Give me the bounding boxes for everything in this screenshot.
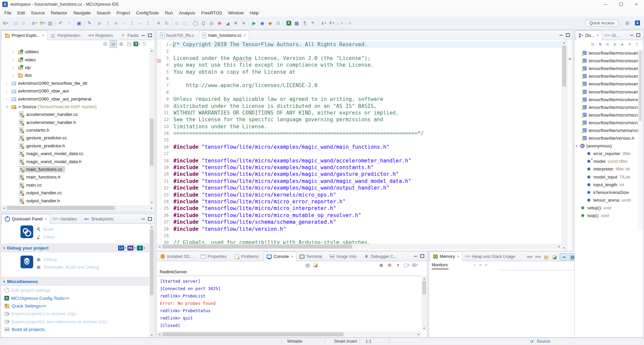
next-annotation-icon[interactable]: ↡ ▾: [319, 19, 327, 27]
view-tab[interactable]: Heap and Stack Usage: [463, 252, 520, 261]
view-tab[interactable]: Problems: [231, 252, 264, 261]
sort-icon[interactable]: ⇅: [597, 41, 603, 48]
undo-icon[interactable]: ↶: [57, 19, 65, 27]
outline-item[interactable]: tensorflow/lite/micro/examples/magic_wan…: [575, 72, 638, 80]
menu-item[interactable]: Source: [28, 9, 48, 17]
menu-item[interactable]: Run: [162, 9, 176, 17]
maximize-view-icon[interactable]: [566, 33, 570, 37]
tree-item[interactable]: output_handler.h: [1, 197, 150, 204]
outline-item[interactable]: tensorflow/lite/micro/micro_error_report…: [575, 104, 638, 111]
thaw-icon[interactable]: ✳: [240, 19, 248, 27]
menu-item[interactable]: Help: [247, 9, 262, 17]
quickstart-link[interactable]: Edit project settings: [4, 286, 145, 294]
maximize-window-button[interactable]: [613, 0, 629, 9]
minimize-view-icon[interactable]: [559, 35, 563, 36]
outline-item[interactable]: tensorflow/lite/micro/kernels/micro_ops.…: [575, 96, 638, 104]
focus-view-icon[interactable]: ⊞: [118, 41, 125, 47]
console-vertical-scrollbar[interactable]: ▴ ▾: [422, 276, 427, 331]
open-element-icon[interactable]: ↰: [309, 19, 317, 27]
customize-view-icon[interactable]: ◳: [126, 41, 132, 47]
scrollbar-thumb[interactable]: [150, 118, 154, 166]
menu-item[interactable]: Window: [225, 9, 247, 17]
new-memory-monitor-icon[interactable]: ▤: [543, 254, 550, 260]
step-into-icon[interactable]: ↧: [128, 19, 136, 27]
maximize-view-icon[interactable]: [636, 33, 640, 37]
separator[interactable]: [55, 20, 56, 26]
swo-icon[interactable]: ◆: [266, 19, 274, 27]
editor-tab[interactable]: fxos8700_fifo.c: [157, 31, 199, 40]
show-whitespace-icon[interactable]: ¶: [301, 19, 309, 27]
tree-item[interactable]: main.cc: [1, 181, 150, 189]
open-perspective-icon[interactable]: ⊞: [623, 19, 631, 27]
quickstart-link[interactable]: Terminate, Build and Debug: [36, 263, 99, 271]
outline-item[interactable]: interpreter : tflite::M: [575, 165, 638, 173]
separator[interactable]: [95, 20, 95, 26]
scrollbar-thumb[interactable]: [422, 281, 426, 294]
view-tab[interactable]: Terminal: [297, 252, 327, 261]
tree-item[interactable]: gesture_predictor.h: [1, 142, 150, 150]
redo-icon[interactable]: ↷: [65, 19, 73, 27]
separator[interactable]: [190, 20, 191, 26]
view-tab[interactable]: Faults: [118, 31, 144, 40]
scroll-lock-icon[interactable]: ◪: [312, 262, 319, 268]
step-over-icon[interactable]: ↝: [136, 19, 144, 27]
hide-fields-icon[interactable]: ⊘: [604, 41, 611, 48]
open-terminal-icon[interactable]: ▣: [75, 19, 83, 27]
outline-vertical-scrollbar[interactable]: [638, 49, 643, 230]
separator[interactable]: [10, 20, 11, 26]
tree-item[interactable]: › video: [1, 56, 150, 63]
pemicro-probe-icon[interactable]: P&: [127, 246, 133, 251]
view-tab[interactable]: Quickstart Panel ✕: [2, 214, 50, 224]
close-tab-icon[interactable]: ✕: [291, 255, 293, 258]
separator[interactable]: [153, 20, 154, 26]
tree-item[interactable]: › xip: [1, 64, 150, 71]
tree-item[interactable]: › evkmimxrt1060_xbar_aoi_peripheral: [1, 95, 150, 102]
editor-tab[interactable]: main_functions.cc ✕: [199, 30, 249, 40]
outline-item[interactable]: tensorflow/lite/micro/examples/magic_wan…: [575, 65, 638, 72]
outline-item[interactable]: tensorflow/lite/micro/examples/magic_wan…: [575, 57, 638, 65]
close-window-button[interactable]: ✕: [629, 0, 644, 9]
tree-item[interactable]: constants.h: [1, 126, 150, 134]
record-icon[interactable]: ◫: [181, 19, 189, 27]
view-tab[interactable]: Registers: [86, 31, 118, 40]
expand-arrow-icon[interactable]: ∨: [6, 105, 11, 109]
save-icon[interactable]: ▤: [12, 19, 20, 27]
expand-arrow-icon[interactable]: ›: [6, 89, 11, 93]
copy-trace-icon[interactable]: ⧉: [173, 19, 181, 27]
menu-item[interactable]: FreeRTOS: [198, 9, 225, 17]
tree-vertical-scrollbar[interactable]: ▴ ▾: [149, 48, 154, 205]
source-status-link[interactable]: Source: [537, 339, 550, 344]
view-tab[interactable]: Breakpoints: [82, 214, 118, 223]
scrollbar-thumb[interactable]: [639, 51, 642, 121]
view-menu-icon[interactable]: ▽: [141, 41, 148, 47]
expand-arrow-icon[interactable]: ›: [6, 81, 11, 85]
quickstart-link[interactable]: Build: [36, 225, 55, 233]
tree-item[interactable]: accelerometer_handler.cc: [1, 111, 150, 118]
view-tab[interactable]: Project Explo... ✕: [2, 30, 48, 40]
search-icon[interactable]: ⊙: [274, 19, 282, 27]
expand-arrow-icon[interactable]: ∨: [575, 144, 580, 148]
view-tab[interactable]: Peripherals+: [48, 31, 86, 40]
expand-arrow-icon[interactable]: ›: [12, 50, 18, 54]
editor-horizontal-scrollbar[interactable]: ◂ ▸: [157, 244, 562, 249]
miscellaneous-header[interactable]: ▾ Miscellaneous: [1, 277, 150, 286]
clear-console-icon[interactable]: ▤: [304, 262, 311, 268]
scrollbar-thumb[interactable]: [162, 332, 343, 336]
collapse-section-icon[interactable]: ▾: [3, 280, 5, 283]
debug-project-header[interactable]: ▾ Debug your project LS ▾ P& ▾ J ▾: [1, 244, 150, 252]
terminate-icon[interactable]: ■: [112, 19, 120, 27]
restart-icon[interactable]: ↻: [163, 19, 171, 27]
outline-item[interactable]: kTensorArenaSize :: [575, 189, 638, 196]
outline-item[interactable]: setup() : void: [575, 204, 638, 212]
quickstart-link[interactable]: Export project(s) to archive (zip): [4, 310, 145, 318]
open-console-icon[interactable]: ⊞ ▾: [412, 262, 418, 268]
view-tab[interactable]: Debugger C...: [361, 252, 401, 261]
tree-item[interactable]: › evkmimxrt1060_xbar_aoi: [1, 87, 150, 95]
expand-arrow-icon[interactable]: ›: [6, 97, 11, 101]
view-menu-icon[interactable]: ▽: [634, 41, 640, 48]
new-source-icon[interactable]: ▥: [46, 19, 54, 27]
import-memory-icon[interactable]: 1010: [535, 254, 541, 260]
separator[interactable]: [249, 20, 249, 26]
separator[interactable]: [84, 20, 85, 26]
forward-icon[interactable]: → ▾: [343, 19, 352, 27]
